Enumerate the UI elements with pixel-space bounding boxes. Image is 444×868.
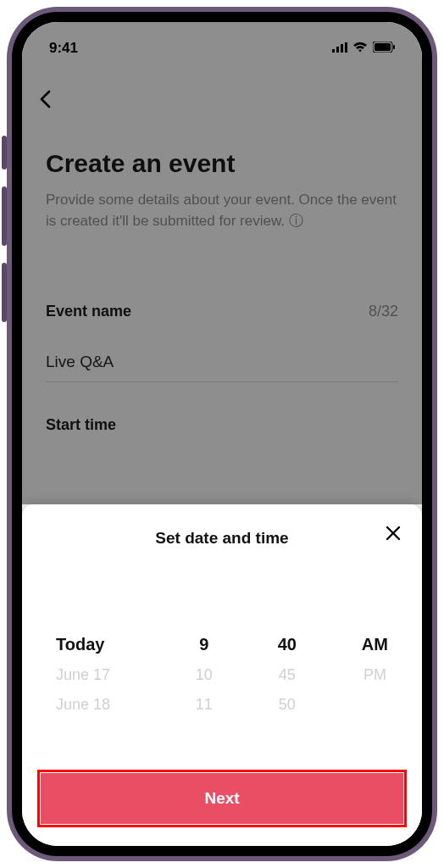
page-subtitle: Provide some details about your event. O… [46,190,398,231]
wifi-icon [352,40,368,57]
screen: 9:41 Create an event Provide some detail… [22,22,422,846]
subtitle-text: Provide some details about your event. O… [46,192,397,229]
datetime-picker[interactable]: Today June 17 June 18 9 10 11 40 45 50 [41,635,403,714]
status-bar: 9:41 [22,22,422,63]
status-icons [332,40,395,57]
start-time-label: Start time [46,416,398,434]
picker-period-placeholder [373,696,377,714]
picker-minute-column[interactable]: 40 45 50 [278,635,297,714]
event-name-label: Event name [46,303,131,320]
picker-date-opt: June 18 [56,696,110,714]
phone-frame-outer: 9:41 Create an event Provide some detail… [7,7,437,861]
cellular-icon [332,40,347,57]
picker-hour-opt: 11 [196,696,213,714]
phone-frame-inner: 9:41 Create an event Provide some detail… [12,12,432,856]
next-button[interactable]: Next [41,773,403,824]
status-time: 9:41 [49,40,78,57]
svg-rect-0 [332,49,335,53]
page-title: Create an event [46,149,398,178]
picker-period-selected: AM [362,635,388,654]
picker-hour-selected: 9 [199,635,208,654]
svg-rect-5 [375,43,391,51]
picker-period-column[interactable]: AM PM [362,635,388,714]
picker-hour-opt: 10 [196,666,213,684]
svg-rect-2 [341,44,343,53]
picker-period-opt: PM [364,666,386,684]
picker-minute-opt: 50 [279,696,296,714]
svg-rect-6 [393,45,395,49]
back-icon[interactable] [39,97,51,111]
datetime-sheet: Set date and time Today June 17 June 18 … [22,504,422,846]
svg-rect-3 [345,42,347,53]
event-name-input[interactable] [46,341,398,382]
picker-hour-column[interactable]: 9 10 11 [196,635,213,714]
picker-date-column[interactable]: Today June 17 June 18 [56,635,130,714]
svg-rect-1 [336,47,339,53]
picker-date-selected: Today [56,635,104,654]
battery-icon [373,40,395,57]
char-counter: 8/32 [369,303,398,320]
close-icon[interactable] [385,523,402,547]
picker-date-opt: June 17 [56,666,110,684]
picker-minute-opt: 45 [279,666,296,684]
sheet-title: Set date and time [155,529,288,548]
info-icon[interactable]: ⓘ [289,213,303,229]
picker-minute-selected: 40 [278,635,297,654]
